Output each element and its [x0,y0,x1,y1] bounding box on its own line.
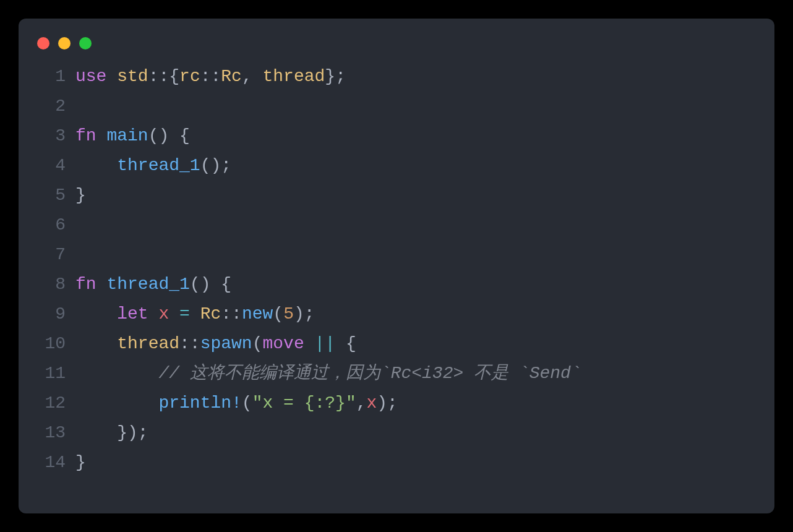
code-token: "x = {:?}" [252,393,356,413]
code-token: thread_1 [117,156,200,175]
line-number: 1 [36,62,66,92]
code-line[interactable] [75,92,757,121]
code-token: , [242,67,263,86]
code-token: let [117,304,148,324]
code-token [75,393,158,413]
code-line[interactable]: }); [75,418,757,448]
code-line[interactable] [75,210,757,240]
code-token: ::{ [148,67,179,86]
code-token: ); [377,393,398,413]
code-token: spawn [200,334,252,353]
code-token: Rc [221,67,242,86]
code-token [75,304,117,324]
code-line[interactable] [75,240,757,270]
code-line[interactable]: println!("x = {:?}",x); [75,388,757,418]
line-number: 12 [36,388,66,418]
line-number: 14 [36,448,66,478]
code-token: println! [158,393,241,413]
code-token: () { [148,126,190,145]
zoom-icon[interactable] [79,37,92,49]
code-token [75,334,117,353]
code-line[interactable]: // 这将不能编译通过，因为`Rc<i32> 不是 `Send` [75,359,757,388]
code-token [148,304,159,324]
code-token [169,304,179,324]
code-editor[interactable]: 1use std::{rc::Rc, thread};2 3fn main() … [36,62,757,478]
code-token: } [75,453,86,472]
code-token [106,67,117,86]
code-line[interactable]: fn thread_1() { [75,270,757,299]
code-token: ( [273,304,283,324]
line-number: 6 [36,210,66,240]
code-token: std [117,67,148,86]
line-number: 5 [36,181,66,210]
code-line[interactable]: use std::{rc::Rc, thread}; [75,62,757,92]
code-token: :: [200,67,221,86]
code-token: fn [75,126,96,145]
line-number: 9 [36,299,66,329]
line-number: 2 [36,92,66,121]
code-token [190,304,200,324]
code-token: new [242,304,273,324]
code-token: :: [179,334,200,353]
line-number: 7 [36,240,66,270]
minimize-icon[interactable] [58,37,71,49]
line-number: 13 [36,418,66,448]
code-token: ( [242,393,252,413]
code-token: use [75,67,106,86]
code-line[interactable]: let x = Rc::new(5); [75,299,757,329]
code-token: :: [221,304,242,324]
code-token: ); [294,304,315,324]
code-token [75,364,158,383]
code-token: Rc [200,304,221,324]
line-number: 3 [36,121,66,151]
code-token: } [75,186,86,205]
code-token: x [158,304,169,324]
code-token: move [262,334,304,353]
code-line[interactable]: } [75,181,757,210]
code-token: || [315,334,336,353]
code-line[interactable]: } [75,448,757,478]
code-token: }; [325,67,346,86]
code-token [96,275,107,294]
code-token [304,334,315,353]
code-token: fn [75,275,96,294]
line-number: 10 [36,329,66,359]
editor-window: 1use std::{rc::Rc, thread};2 3fn main() … [19,19,774,513]
line-number: 8 [36,270,66,299]
code-token: 5 [283,304,294,324]
code-token [96,126,107,145]
close-icon[interactable] [37,37,49,49]
window-titlebar [36,33,757,62]
code-token: () { [190,275,231,294]
code-token: // 这将不能编译通过，因为`Rc<i32> 不是 `Send` [158,364,581,383]
code-token: { [335,334,356,353]
code-token: x [367,393,377,413]
code-token: }); [75,423,148,442]
code-line[interactable]: thread::spawn(move || { [75,329,757,359]
code-token: rc [179,67,200,86]
code-token: (); [200,156,231,175]
code-token: thread [263,67,325,86]
line-number: 11 [36,359,66,388]
code-token: , [356,393,367,413]
code-line[interactable]: thread_1(); [75,151,757,181]
code-token: ( [252,334,263,353]
code-token: = [179,304,190,324]
code-line[interactable]: fn main() { [75,121,757,151]
code-token: thread_1 [106,275,189,294]
code-token [75,156,117,175]
line-number: 4 [36,151,66,181]
code-token: main [106,126,148,145]
code-token: thread [117,334,179,353]
